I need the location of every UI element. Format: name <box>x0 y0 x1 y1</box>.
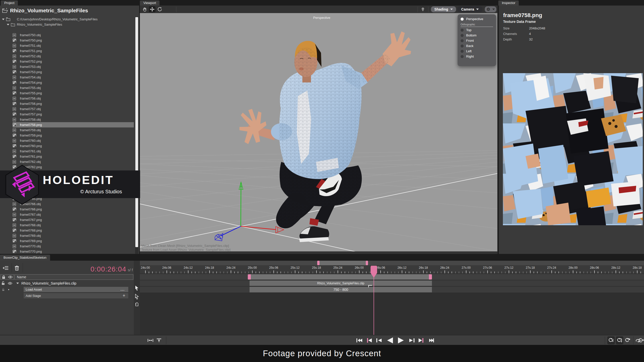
loop-to-playhead-button[interactable] <box>607 336 615 344</box>
clip-bar[interactable]: Rhizo_Volumetric_SampleFiles.clip <box>250 281 432 286</box>
name-column-header[interactable]: Name <box>15 274 133 280</box>
viewport-scene[interactable]: Perspective Mesh from Clean Mesh [Rhizo_… <box>140 13 497 251</box>
file-item[interactable]: frame0762.png <box>13 164 134 170</box>
camera-menu-item-front[interactable]: Front <box>458 38 496 43</box>
tab-inspector[interactable]: Inspector <box>498 1 519 6</box>
file-item[interactable]: frame0755.obj <box>13 85 134 90</box>
pan-tool-button[interactable] <box>141 6 148 12</box>
lock-icon[interactable] <box>2 275 5 279</box>
file-item[interactable]: frame0768.png <box>13 228 134 233</box>
file-item[interactable]: frame0756.png <box>13 101 134 106</box>
stage-row-load-asset[interactable]: • Load Asset ... <box>0 287 134 292</box>
snap-to-top-button[interactable] <box>155 336 163 344</box>
camera-menu-item-top[interactable]: Top <box>458 27 496 33</box>
fit-timeline-button[interactable] <box>147 336 154 344</box>
tab-project[interactable]: Project <box>1 1 18 6</box>
play-button[interactable] <box>396 336 406 344</box>
eye-icon[interactable] <box>8 276 13 279</box>
file-item[interactable]: frame0763.png <box>13 175 134 180</box>
camera-menu-item-bottom[interactable]: Bottom <box>458 33 496 38</box>
file-item[interactable]: frame0763.obj <box>13 170 134 175</box>
shading-dropdown[interactable]: Shading <box>431 6 456 12</box>
file-item[interactable]: frame0770.obj <box>13 244 134 249</box>
file-item[interactable]: frame0757.png <box>13 112 134 117</box>
trim-handle[interactable] <box>368 285 372 287</box>
file-item[interactable]: frame0761.png <box>13 154 134 159</box>
stage-options-button[interactable]: ... <box>120 288 125 291</box>
file-item[interactable]: frame0759.png <box>13 133 134 138</box>
orbit-tool-button[interactable] <box>156 6 163 12</box>
range-region[interactable] <box>318 261 367 265</box>
file-item[interactable]: frame0758.png <box>13 122 134 127</box>
file-item[interactable]: frame0769.obj <box>13 233 134 238</box>
timecode-display[interactable]: 0:00:26:04 <box>91 265 126 273</box>
tab-timeline[interactable]: BoxerClip_StabilizedSkeleton <box>0 255 50 261</box>
file-item[interactable]: frame0766.obj <box>13 201 134 207</box>
timeline-ruler[interactable]: 24s:0024s:0624s:1224s:1824s:2425s:0025s:… <box>140 265 644 274</box>
tree-folder-row[interactable]: Rhizo_Volumetric_SampleFiles <box>0 22 135 27</box>
camera-menu-item-back[interactable]: Back <box>458 43 496 49</box>
clip-track-row[interactable]: Rhizo_Volumetric_SampleFiles.clip <box>0 280 134 286</box>
camera-menu-item-right[interactable]: Right <box>458 54 496 59</box>
file-item[interactable]: frame0768.obj <box>13 222 134 228</box>
add-track-button[interactable] <box>2 264 10 272</box>
timeline-range-scrollbar[interactable] <box>140 261 644 265</box>
timeline-tracks-area[interactable]: 24s:0024s:0624s:1224s:1824s:2425s:0025s:… <box>140 261 644 335</box>
file-item[interactable]: frame0762.obj <box>13 159 134 164</box>
clip-start-handle[interactable] <box>248 274 251 280</box>
scrollbar-thumb[interactable] <box>135 17 138 247</box>
disclosure-icon[interactable] <box>16 283 19 284</box>
file-item[interactable]: frame0767.obj <box>13 212 134 217</box>
delete-track-button[interactable] <box>13 264 21 272</box>
file-item[interactable]: frame0770.png <box>13 249 134 254</box>
file-item[interactable]: frame0758.obj <box>13 117 134 122</box>
file-item[interactable]: frame0760.obj <box>13 138 134 143</box>
file-item[interactable]: frame0761.obj <box>13 149 134 154</box>
camera-menu-item-perspective[interactable]: Perspective <box>458 16 496 22</box>
skip-end-button[interactable] <box>427 336 435 344</box>
tag-icon[interactable] <box>135 302 139 307</box>
file-item[interactable]: frame0766.png <box>13 207 134 212</box>
project-scrollbar[interactable]: ▼ <box>135 17 138 259</box>
skip-start-button[interactable] <box>355 336 364 344</box>
file-item[interactable]: frame0765.obj <box>13 191 134 196</box>
file-item[interactable]: frame0765.png <box>13 196 134 201</box>
file-item[interactable]: frame0754.png <box>13 80 134 85</box>
file-item[interactable]: frame0754.obj <box>13 75 134 80</box>
file-item[interactable]: frame0753.png <box>13 69 134 75</box>
jump-to-range-end-button[interactable] <box>417 336 426 344</box>
range-start-handle[interactable] <box>317 261 319 265</box>
clip-end-handle[interactable] <box>429 274 432 280</box>
file-item[interactable]: frame0753.obj <box>13 64 134 69</box>
caret-icon[interactable] <box>7 24 9 25</box>
file-item[interactable]: frame0756.obj <box>13 96 134 101</box>
jump-to-range-start-button[interactable] <box>365 336 373 344</box>
stage-row-add-stage[interactable]: Add Stage + <box>0 293 134 299</box>
lock-icon[interactable] <box>2 288 5 291</box>
camera-menu-item-left[interactable]: Left <box>458 49 496 54</box>
file-item[interactable]: frame0767.png <box>13 217 134 222</box>
file-item[interactable]: frame0759.obj <box>13 127 134 133</box>
loop-to-bracket-button[interactable] <box>616 336 623 344</box>
camera-dropdown[interactable]: Camera <box>457 6 482 12</box>
file-item[interactable]: frame0757.obj <box>13 106 134 112</box>
viewport-settings-dropdown[interactable]: ⚙ <box>485 6 496 12</box>
file-item[interactable]: frame0752.obj <box>13 54 134 59</box>
move-tool-button[interactable] <box>149 6 155 12</box>
tree-root-row[interactable]: C:/Users/johnn/Desktop/Rhizo_Volumetric_… <box>0 17 135 22</box>
file-item[interactable]: frame0755.png <box>13 90 134 96</box>
unlock-icon[interactable] <box>2 281 5 285</box>
file-item[interactable]: frame0751.obj <box>13 43 134 48</box>
select-tool-icon[interactable] <box>135 285 139 291</box>
range-end-handle[interactable] <box>366 261 368 265</box>
file-item[interactable]: frame0750.png <box>13 38 134 43</box>
file-item[interactable]: frame0764.png <box>13 186 134 191</box>
clip-region-bar[interactable] <box>248 274 432 280</box>
select-outline-tool-icon[interactable] <box>135 294 139 299</box>
file-item[interactable]: frame0751.png <box>13 48 134 54</box>
add-stage-button[interactable]: + <box>123 293 125 298</box>
loop-to-marker-button[interactable] <box>624 336 631 344</box>
file-item[interactable]: frame0752.png <box>13 59 134 64</box>
file-item[interactable]: frame0760.png <box>13 143 134 149</box>
tab-viewport[interactable]: Viewport <box>140 1 159 6</box>
